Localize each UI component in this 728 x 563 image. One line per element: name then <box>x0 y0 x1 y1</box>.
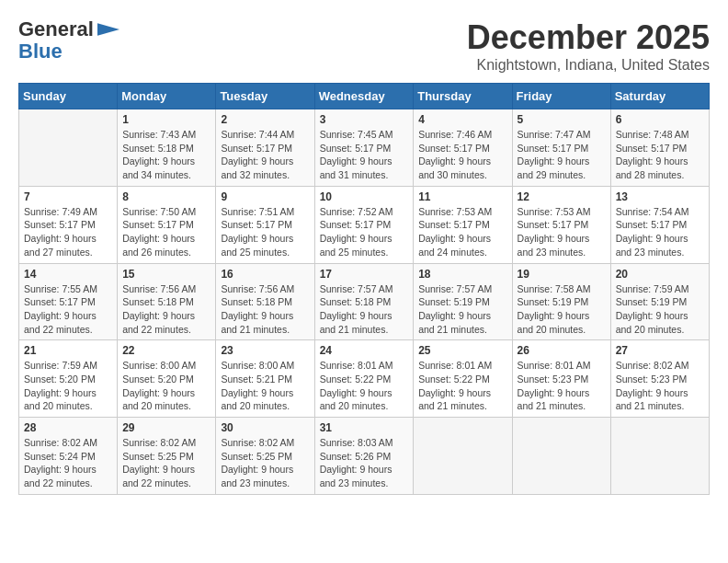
calendar-cell <box>414 418 512 495</box>
calendar-cell: 17Sunrise: 7:57 AM Sunset: 5:18 PM Dayli… <box>314 263 414 340</box>
calendar-cell: 24Sunrise: 8:01 AM Sunset: 5:22 PM Dayli… <box>314 340 414 418</box>
day-number: 29 <box>122 421 210 434</box>
calendar-cell: 27Sunrise: 8:02 AM Sunset: 5:23 PM Dayli… <box>610 340 709 418</box>
day-info: Sunrise: 7:55 AM Sunset: 5:17 PM Dayligh… <box>24 282 112 337</box>
day-number: 20 <box>616 268 704 281</box>
day-info: Sunrise: 7:43 AM Sunset: 5:18 PM Dayligh… <box>122 128 210 182</box>
day-info: Sunrise: 8:01 AM Sunset: 5:22 PM Dayligh… <box>320 359 409 413</box>
day-number: 9 <box>221 190 309 203</box>
day-number: 31 <box>320 421 409 434</box>
calendar-cell <box>610 418 709 495</box>
day-info: Sunrise: 8:00 AM Sunset: 5:21 PM Dayligh… <box>221 359 309 413</box>
day-info: Sunrise: 8:02 AM Sunset: 5:25 PM Dayligh… <box>122 436 210 490</box>
day-info: Sunrise: 7:51 AM Sunset: 5:17 PM Dayligh… <box>221 205 309 259</box>
calendar-cell <box>19 109 118 187</box>
day-info: Sunrise: 7:45 AM Sunset: 5:17 PM Dayligh… <box>320 128 409 182</box>
calendar-cell: 28Sunrise: 8:02 AM Sunset: 5:24 PM Dayli… <box>19 418 118 495</box>
day-number: 25 <box>418 344 506 357</box>
calendar-cell: 10Sunrise: 7:52 AM Sunset: 5:17 PM Dayli… <box>314 186 414 263</box>
day-number: 12 <box>518 190 606 203</box>
weekday-header: Friday <box>512 84 610 109</box>
day-info: Sunrise: 8:02 AM Sunset: 5:23 PM Dayligh… <box>616 359 704 413</box>
day-info: Sunrise: 8:01 AM Sunset: 5:22 PM Dayligh… <box>418 359 506 413</box>
day-number: 4 <box>418 113 506 126</box>
day-number: 27 <box>616 344 704 357</box>
calendar-cell: 8Sunrise: 7:50 AM Sunset: 5:17 PM Daylig… <box>118 186 216 263</box>
calendar-cell: 5Sunrise: 7:47 AM Sunset: 5:17 PM Daylig… <box>512 109 610 187</box>
day-number: 23 <box>221 344 309 357</box>
day-info: Sunrise: 7:49 AM Sunset: 5:17 PM Dayligh… <box>24 205 112 259</box>
calendar-cell <box>512 418 610 495</box>
day-info: Sunrise: 8:01 AM Sunset: 5:23 PM Dayligh… <box>518 359 606 413</box>
day-number: 5 <box>518 113 606 126</box>
calendar-cell: 23Sunrise: 8:00 AM Sunset: 5:21 PM Dayli… <box>216 340 314 418</box>
day-info: Sunrise: 7:47 AM Sunset: 5:17 PM Dayligh… <box>518 128 606 182</box>
day-info: Sunrise: 8:02 AM Sunset: 5:24 PM Dayligh… <box>24 436 112 490</box>
weekday-header: Tuesday <box>216 84 314 109</box>
calendar-cell: 12Sunrise: 7:53 AM Sunset: 5:17 PM Dayli… <box>512 186 610 263</box>
header: General Blue December 2025 Knightstown, … <box>18 18 710 74</box>
day-number: 22 <box>122 344 210 357</box>
weekday-header: Monday <box>118 84 216 109</box>
calendar-cell: 9Sunrise: 7:51 AM Sunset: 5:17 PM Daylig… <box>216 186 314 263</box>
day-number: 1 <box>122 113 210 126</box>
day-number: 24 <box>320 344 409 357</box>
day-info: Sunrise: 7:57 AM Sunset: 5:19 PM Dayligh… <box>418 282 506 337</box>
calendar-cell: 7Sunrise: 7:49 AM Sunset: 5:17 PM Daylig… <box>19 186 118 263</box>
logo: General Blue <box>18 18 119 63</box>
calendar-cell: 2Sunrise: 7:44 AM Sunset: 5:17 PM Daylig… <box>216 109 314 187</box>
day-number: 6 <box>616 113 704 126</box>
calendar-cell: 19Sunrise: 7:58 AM Sunset: 5:19 PM Dayli… <box>512 263 610 340</box>
day-number: 15 <box>122 268 210 281</box>
logo-text: General <box>18 18 94 40</box>
day-number: 21 <box>24 344 112 357</box>
calendar-cell: 20Sunrise: 7:59 AM Sunset: 5:19 PM Dayli… <box>610 263 709 340</box>
day-number: 18 <box>418 268 506 281</box>
day-info: Sunrise: 7:54 AM Sunset: 5:17 PM Dayligh… <box>616 205 704 259</box>
day-info: Sunrise: 7:48 AM Sunset: 5:17 PM Dayligh… <box>616 128 704 182</box>
month-title: December 2025 <box>467 18 710 57</box>
calendar-cell: 4Sunrise: 7:46 AM Sunset: 5:17 PM Daylig… <box>414 109 512 187</box>
day-info: Sunrise: 7:59 AM Sunset: 5:19 PM Dayligh… <box>616 282 704 337</box>
calendar-cell: 22Sunrise: 8:00 AM Sunset: 5:20 PM Dayli… <box>118 340 216 418</box>
day-number: 13 <box>616 190 704 203</box>
day-number: 8 <box>122 190 210 203</box>
day-number: 26 <box>518 344 606 357</box>
calendar-cell: 1Sunrise: 7:43 AM Sunset: 5:18 PM Daylig… <box>118 109 216 187</box>
calendar-cell: 30Sunrise: 8:02 AM Sunset: 5:25 PM Dayli… <box>216 418 314 495</box>
day-number: 10 <box>320 190 409 203</box>
weekday-header: Thursday <box>414 84 512 109</box>
calendar-cell: 25Sunrise: 8:01 AM Sunset: 5:22 PM Dayli… <box>414 340 512 418</box>
day-number: 14 <box>24 268 112 281</box>
day-number: 30 <box>221 421 309 434</box>
day-number: 17 <box>320 268 409 281</box>
calendar-cell: 18Sunrise: 7:57 AM Sunset: 5:19 PM Dayli… <box>414 263 512 340</box>
day-info: Sunrise: 7:46 AM Sunset: 5:17 PM Dayligh… <box>418 128 506 182</box>
calendar-cell: 13Sunrise: 7:54 AM Sunset: 5:17 PM Dayli… <box>610 186 709 263</box>
weekday-header: Saturday <box>610 84 709 109</box>
day-info: Sunrise: 7:44 AM Sunset: 5:17 PM Dayligh… <box>221 128 309 182</box>
weekday-header: Wednesday <box>314 84 414 109</box>
day-number: 28 <box>24 421 112 434</box>
calendar-cell: 29Sunrise: 8:02 AM Sunset: 5:25 PM Dayli… <box>118 418 216 495</box>
day-number: 2 <box>221 113 309 126</box>
weekday-header: Sunday <box>19 84 118 109</box>
logo-text2: Blue <box>18 40 63 63</box>
day-info: Sunrise: 7:56 AM Sunset: 5:18 PM Dayligh… <box>221 282 309 337</box>
day-number: 3 <box>320 113 409 126</box>
title-area: December 2025 Knightstown, Indiana, Unit… <box>467 18 710 74</box>
calendar-cell: 3Sunrise: 7:45 AM Sunset: 5:17 PM Daylig… <box>314 109 414 187</box>
day-number: 19 <box>518 268 606 281</box>
day-info: Sunrise: 7:56 AM Sunset: 5:18 PM Dayligh… <box>122 282 210 337</box>
location-title: Knightstown, Indiana, United States <box>467 57 710 74</box>
calendar-cell: 6Sunrise: 7:48 AM Sunset: 5:17 PM Daylig… <box>610 109 709 187</box>
svg-marker-0 <box>97 23 119 36</box>
day-info: Sunrise: 8:00 AM Sunset: 5:20 PM Dayligh… <box>122 359 210 413</box>
calendar-cell: 16Sunrise: 7:56 AM Sunset: 5:18 PM Dayli… <box>216 263 314 340</box>
day-number: 16 <box>221 268 309 281</box>
day-number: 11 <box>418 190 506 203</box>
calendar-cell: 31Sunrise: 8:03 AM Sunset: 5:26 PM Dayli… <box>314 418 414 495</box>
day-info: Sunrise: 8:02 AM Sunset: 5:25 PM Dayligh… <box>221 436 309 490</box>
day-info: Sunrise: 7:58 AM Sunset: 5:19 PM Dayligh… <box>518 282 606 337</box>
calendar-cell: 14Sunrise: 7:55 AM Sunset: 5:17 PM Dayli… <box>19 263 118 340</box>
